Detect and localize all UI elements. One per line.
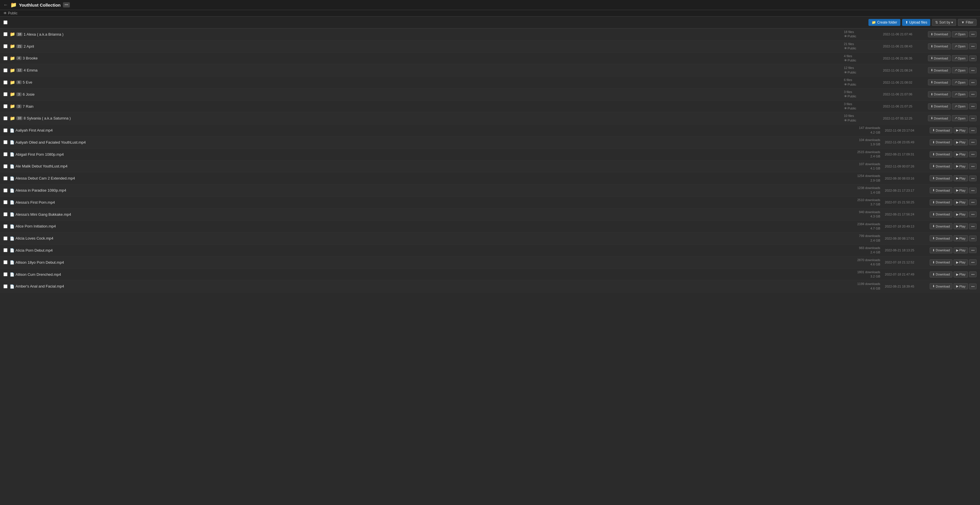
open-button[interactable]: ↗ Open [952,55,968,61]
download-button[interactable]: ⬇ Download [930,259,952,265]
file-name[interactable]: Aaliyah First Anal.mp4 [16,128,846,132]
filter-button[interactable]: ▼ Filter [958,19,977,26]
more-options-button[interactable]: ••• [969,211,977,217]
row-checkbox[interactable] [3,237,8,240]
open-button[interactable]: ↗ Open [952,79,968,85]
open-button[interactable]: ↗ Open [952,91,968,97]
play-button[interactable]: ▶ Play [953,187,968,193]
row-checkbox[interactable] [3,200,8,204]
row-checkbox[interactable] [3,189,8,192]
download-button[interactable]: ⬇ Download [930,139,952,145]
download-button[interactable]: ⬇ Download [928,55,951,61]
create-folder-button[interactable]: 📁 Create folder [869,19,900,26]
row-checkbox[interactable] [3,164,8,168]
row-checkbox[interactable] [3,176,8,180]
download-button[interactable]: ⬇ Download [930,235,952,241]
more-options-button[interactable]: ••• [969,127,977,133]
file-name[interactable]: Alessa's Mini Gang Bukkake.mp4 [16,212,846,217]
more-options-button[interactable]: ••• [969,31,977,37]
row-checkbox[interactable] [3,260,8,264]
more-options-button[interactable]: ••• [969,43,977,49]
file-name[interactable]: Alicia Loves Cock.mp4 [16,236,846,240]
more-options-button[interactable]: ••• [969,176,977,181]
download-button[interactable]: ⬇ Download [930,199,952,205]
more-options-button[interactable]: ••• [969,187,977,193]
file-name[interactable]: 1 Alexa ( a.k.a Brianna ) [24,32,844,37]
download-button[interactable]: ⬇ Download [928,43,951,49]
play-button[interactable]: ▶ Play [953,283,968,289]
open-button[interactable]: ↗ Open [952,43,968,49]
file-name[interactable]: Amber's Anal and Facial.mp4 [16,284,846,288]
download-button[interactable]: ⬇ Download [930,175,952,181]
play-button[interactable]: ▶ Play [953,272,968,278]
download-button[interactable]: ⬇ Download [930,211,952,218]
file-name[interactable]: Alessa Debut Cam 2 Extended.mp4 [16,176,846,180]
play-button[interactable]: ▶ Play [953,235,968,241]
download-button[interactable]: ⬇ Download [930,127,952,133]
row-checkbox[interactable] [3,56,8,60]
upload-files-button[interactable]: ⬆ Upload files [902,19,931,26]
file-name[interactable]: Alessa in Paradise 1080p.mp4 [16,188,846,192]
row-checkbox[interactable] [3,32,8,36]
play-button[interactable]: ▶ Play [953,175,968,181]
more-options-button[interactable]: ••• [969,68,977,73]
play-button[interactable]: ▶ Play [953,223,968,229]
header-menu-button[interactable]: ••• [63,2,70,8]
file-name[interactable]: 3 Brooke [23,56,844,60]
download-button[interactable]: ⬇ Download [930,223,952,229]
file-name[interactable]: Alessa's First Porn.mp4 [16,200,846,205]
more-options-button[interactable]: ••• [969,116,977,121]
play-button[interactable]: ▶ Play [953,199,968,205]
sort-by-button[interactable]: ⇅ Sort by ▾ [932,19,956,26]
more-options-button[interactable]: ••• [969,56,977,61]
row-checkbox[interactable] [3,272,8,276]
play-button[interactable]: ▶ Play [953,211,968,218]
row-checkbox[interactable] [3,44,8,48]
more-options-button[interactable]: ••• [969,103,977,109]
download-button[interactable]: ⬇ Download [930,163,952,169]
more-options-button[interactable]: ••• [969,91,977,97]
row-checkbox[interactable] [3,224,8,229]
play-button[interactable]: ▶ Play [953,151,968,157]
back-button[interactable]: ← [3,2,8,8]
file-name[interactable]: 2 April [24,44,844,49]
row-checkbox[interactable] [3,68,8,72]
download-button[interactable]: ⬇ Download [928,115,951,121]
row-checkbox[interactable] [3,248,8,252]
row-checkbox[interactable] [3,81,8,84]
open-button[interactable]: ↗ Open [952,115,968,121]
more-options-button[interactable]: ••• [969,272,977,277]
row-checkbox[interactable] [3,140,8,144]
file-name[interactable]: 8 Sylvania ( a.k.a Saturnna ) [24,116,844,121]
open-button[interactable]: ↗ Open [952,103,968,110]
file-name[interactable]: 6 Josie [23,92,844,97]
download-button[interactable]: ⬇ Download [928,31,951,37]
play-button[interactable]: ▶ Play [953,247,968,253]
row-checkbox[interactable] [3,104,8,108]
download-button[interactable]: ⬇ Download [930,151,952,157]
more-options-button[interactable]: ••• [969,199,977,205]
file-name[interactable]: 5 Eve [23,80,844,84]
open-button[interactable]: ↗ Open [952,31,968,37]
file-name[interactable]: Abigail First Porn 1080p.mp4 [16,152,846,157]
play-button[interactable]: ▶ Play [953,139,968,145]
download-button[interactable]: ⬇ Download [928,103,951,110]
file-name[interactable]: Alice Porn Initiation.mp4 [16,224,846,229]
row-checkbox[interactable] [3,116,8,121]
more-options-button[interactable]: ••• [969,164,977,169]
row-checkbox[interactable] [3,284,8,288]
row-checkbox[interactable] [3,92,8,96]
file-name[interactable]: Allison 18yo Porn Debut.mp4 [16,260,846,265]
more-options-button[interactable]: ••• [969,284,977,289]
more-options-button[interactable]: ••• [969,151,977,157]
file-name[interactable]: Allison Cum Drenched.mp4 [16,272,846,276]
download-button[interactable]: ⬇ Download [930,272,952,278]
more-options-button[interactable]: ••• [969,247,977,253]
row-checkbox[interactable] [3,212,8,216]
play-button[interactable]: ▶ Play [953,163,968,169]
open-button[interactable]: ↗ Open [952,67,968,73]
file-name[interactable]: Aaliyah Oiled and Facialed YouthLust.mp4 [16,140,846,145]
file-name[interactable]: 4 Emma [24,68,844,72]
more-options-button[interactable]: ••• [969,224,977,229]
more-options-button[interactable]: ••• [969,79,977,85]
